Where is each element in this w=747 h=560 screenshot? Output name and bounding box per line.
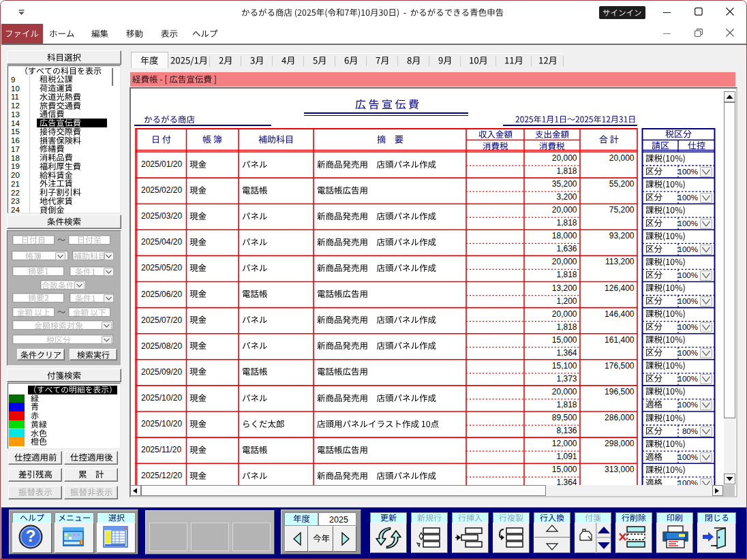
svg-text:?: ? bbox=[26, 527, 36, 545]
